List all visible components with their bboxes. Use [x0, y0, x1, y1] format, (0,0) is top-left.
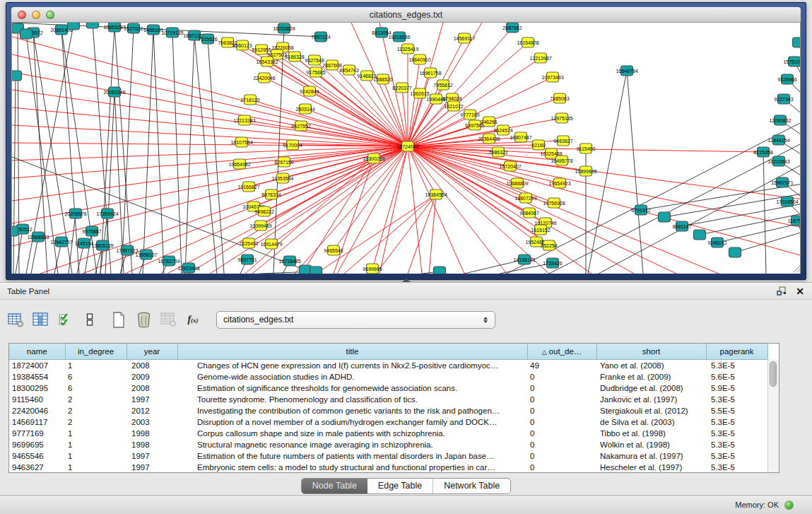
graph-node[interactable]: 9327548	[305, 55, 324, 65]
graph-node[interactable]: 16033809	[273, 23, 295, 33]
graph-node[interactable]: 10099489	[249, 221, 271, 230]
graph-node[interactable]: 8961147	[673, 221, 692, 231]
table-cell-in_degree[interactable]: 1	[65, 439, 126, 450]
table-cell-in_degree[interactable]: 1	[65, 360, 126, 372]
table-cell-year[interactable]: 1998	[126, 439, 177, 450]
table-cell-in_degree[interactable]: 1	[65, 428, 126, 439]
table-cell-short[interactable]: Hescheler et al. (1997)	[596, 462, 706, 473]
graph-node[interactable]	[12, 71, 22, 81]
table-cell-short[interactable]: Yano et al. (2008)	[596, 360, 706, 372]
table-cell-in_degree[interactable]: 1	[65, 450, 126, 462]
graph-node[interactable]: 9463627	[553, 136, 572, 146]
table-cell-year[interactable]: 1997	[126, 450, 177, 462]
row-height-icon[interactable]	[81, 311, 98, 328]
graph-node[interactable]: 13958167	[135, 250, 157, 259]
graph-node[interactable]: 9227343	[774, 94, 793, 104]
graph-node[interactable]: 1527602	[124, 23, 143, 33]
table-cell-year[interactable]: 1998	[126, 428, 177, 439]
table-row[interactable]: 1456911722003Disruption of a novel membe…	[9, 416, 767, 428]
graph-node[interactable]: 16648784	[616, 66, 637, 76]
table-row[interactable]: 977716911998Corpus callosum shape and si…	[9, 428, 767, 439]
graph-node[interactable]: 10719135	[161, 28, 183, 37]
graph-node[interactable]: 20053346	[103, 87, 125, 97]
tab-network-table[interactable]: Network Table	[433, 479, 510, 493]
table-cell-pagerank[interactable]: 5.3E-5	[706, 394, 767, 405]
graph-node[interactable]: 19218586	[388, 32, 410, 42]
table-cell-name[interactable]: 14569117	[9, 416, 65, 428]
table-cell-short[interactable]: Nakamura et al. (1997)	[596, 450, 706, 462]
graph-node[interactable]: 18640910	[408, 54, 430, 64]
table-scrollbar-thumb[interactable]	[770, 361, 777, 387]
table-cell-out_de[interactable]: 49	[527, 360, 596, 372]
table-row[interactable]: 946362711997Embryonic stem cells: a mode…	[9, 462, 767, 473]
table-cell-title[interactable]: Tourette syndrome. Phenomenology and cla…	[177, 394, 527, 405]
table-cell-out_de[interactable]: 0	[527, 382, 596, 394]
graph-node[interactable]: 11325419	[397, 44, 419, 54]
graph-node[interactable]: 1733426	[543, 258, 562, 268]
graph-node[interactable]: 7955812	[433, 80, 452, 90]
table-row[interactable]: 911546021997Tourette syndrome. Phenomeno…	[9, 394, 767, 405]
graph-node[interactable]: 8215358	[753, 147, 772, 157]
graph-node[interactable]: 16154808	[517, 37, 539, 47]
graph-node[interactable]: 20206576	[64, 209, 86, 218]
graph-node[interactable]: 20364436	[478, 134, 500, 144]
create-table-icon[interactable]	[110, 311, 127, 328]
graph-node[interactable]	[87, 23, 99, 28]
graph-node[interactable]: 2718120	[240, 95, 259, 105]
table-cell-short[interactable]: Wolkin et al. (1998)	[596, 439, 706, 450]
table-cell-out_de[interactable]: 0	[527, 462, 596, 473]
table-cell-name[interactable]: 9777169	[9, 428, 65, 439]
table-cell-in_degree[interactable]: 6	[65, 382, 126, 394]
graph-node[interactable]: 7857224	[311, 32, 330, 42]
table-cell-out_de[interactable]: 0	[527, 416, 596, 428]
table-row[interactable]: 969969511998Structural magnetic resonanc…	[9, 439, 767, 450]
graph-node[interactable]: 9329966	[777, 74, 796, 84]
table-cell-out_de[interactable]: 0	[527, 450, 596, 462]
graph-node[interactable]: 12975185	[551, 113, 572, 123]
graph-node[interactable]: 6466160	[143, 25, 163, 35]
graph-node[interactable]: 10807487	[510, 132, 531, 142]
table-cell-pagerank[interactable]: 5.9E-5	[706, 382, 767, 394]
table-cell-pagerank[interactable]: 5.3E-5	[706, 416, 767, 428]
graph-node[interactable]	[20, 29, 33, 39]
table-cell-out_de[interactable]: 0	[527, 394, 596, 405]
graph-node[interactable]: 10653287	[103, 23, 125, 32]
graph-node[interactable]: 9170004	[283, 140, 302, 150]
close-window-button[interactable]	[18, 11, 26, 19]
column-header-name[interactable]: name	[9, 344, 65, 360]
graph-node[interactable]: 15718485	[278, 256, 300, 266]
graph-node[interactable]: 19166827	[237, 182, 259, 192]
table-cell-title[interactable]: Genome-wide association studies in ADHD.	[177, 371, 527, 382]
table-header-row[interactable]: namein_degreeyeartitle△out_de…shortpager…	[9, 344, 767, 360]
table-cell-short[interactable]: Jankovic et al. (1997)	[596, 394, 706, 405]
graph-node[interactable]: 11568693	[28, 232, 49, 242]
select-all-functions-icon[interactable]	[57, 311, 73, 328]
table-row[interactable]: 1830029562008Estimation of significance …	[9, 382, 767, 394]
table-cell-year[interactable]: 2008	[126, 382, 177, 394]
graph-node[interactable]	[12, 226, 18, 236]
table-cell-year[interactable]: 1997	[126, 394, 177, 405]
network-canvas[interactable]: 1872400776638228960123891295518226058932…	[11, 23, 801, 274]
table-cell-pagerank[interactable]: 5.5E-5	[706, 405, 767, 416]
table-cell-name[interactable]: 18300295	[9, 382, 65, 394]
graph-node[interactable]: 16914479	[260, 239, 282, 249]
graph-node[interactable]: 2803144	[295, 104, 314, 114]
close-panel-button[interactable]: ✕	[794, 285, 806, 298]
graph-node[interactable]: 15720407	[499, 161, 521, 171]
table-cell-short[interactable]: Franke et al. (2009)	[596, 371, 706, 382]
graph-node[interactable]: 8186328	[285, 52, 304, 62]
graph-node[interactable]: 12942757	[50, 237, 72, 247]
table-cell-title[interactable]: Estimation of the future numbers of pati…	[177, 450, 527, 462]
table-row[interactable]: 1872400712008Changes of HCN gene express…	[9, 360, 767, 372]
table-cell-year[interactable]: 1997	[126, 462, 177, 473]
column-header-out_de[interactable]: △out_de…	[527, 344, 596, 360]
table-cell-short[interactable]: Stergiakouli et al. (2012)	[596, 405, 706, 416]
graph-node[interactable]: 6791912	[631, 205, 650, 215]
table-row[interactable]: 946554611997Estimation of the future num…	[9, 450, 767, 462]
tab-edge-table[interactable]: Edge Table	[367, 479, 433, 493]
table-cell-pagerank[interactable]: 5.6E-5	[706, 371, 767, 382]
table-row[interactable]: 2242004622012Investigating the contribut…	[9, 405, 767, 416]
node-table[interactable]: namein_degreeyeartitle△out_de…shortpager…	[8, 343, 779, 473]
graph-node[interactable]: 12093832	[769, 115, 791, 125]
table-cell-name[interactable]: 18724007	[9, 360, 65, 372]
